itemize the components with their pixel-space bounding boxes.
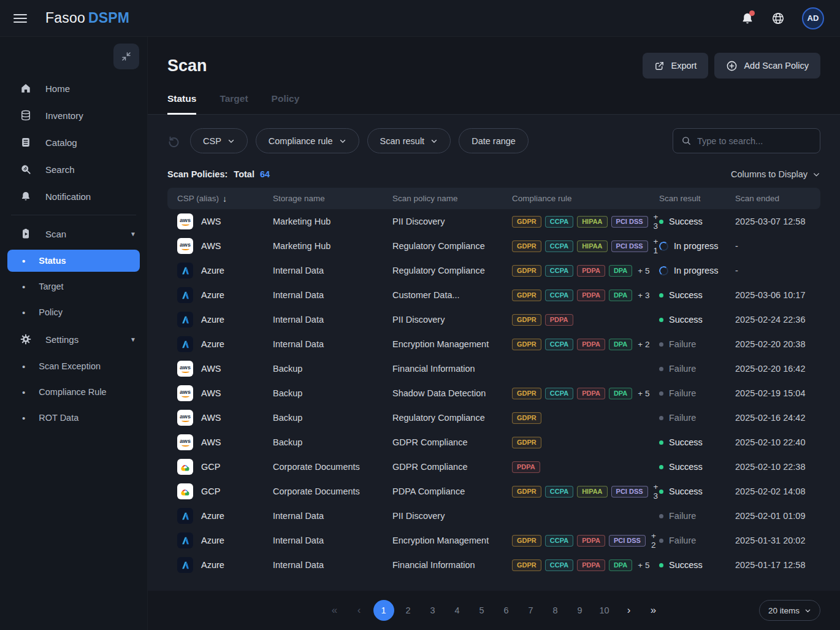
pagination-first-button[interactable]: «	[324, 600, 345, 621]
pagination-page-1[interactable]: 1	[373, 600, 394, 621]
scan-result-label: Failure	[669, 364, 696, 374]
export-button[interactable]: Export	[643, 53, 708, 79]
column-header-compliance: Compliance rule	[512, 194, 659, 203]
tab-policy[interactable]: Policy	[272, 93, 300, 115]
table-row[interactable]: awsAWSBackupFinancial InformationFailure…	[167, 356, 820, 381]
csp-cell: GCP	[167, 483, 273, 499]
settings-gear-icon	[20, 333, 32, 345]
table-row[interactable]: awsAWSBackupGDPR ComplianceGDPRSuccess20…	[167, 430, 820, 455]
compliance-badge: PCI DSS	[609, 535, 646, 547]
badge-extra-count: + 3	[654, 212, 659, 231]
search-input[interactable]	[697, 136, 812, 146]
table-row[interactable]: AzureInternal DataCustomer Data...GDPRCC…	[167, 283, 820, 307]
scan-result-label: Success	[669, 560, 703, 570]
aws-smile	[181, 223, 189, 226]
page-size-dropdown[interactable]: 20 items	[759, 600, 820, 621]
scan-ended-cell: 2025-03-07 12:58	[735, 217, 820, 226]
user-avatar[interactable]: AD	[802, 7, 824, 29]
sidebar-item-home[interactable]: Home	[0, 75, 147, 102]
sidebar-item-rot-data[interactable]: • ROT Data	[7, 405, 140, 430]
compliance-badge: CCPA	[545, 339, 573, 350]
pagination-page-9[interactable]: 9	[570, 600, 590, 621]
compliance-rule-cell: GDPRPDPA	[512, 314, 659, 326]
scan-ended-cell: 2025-02-10 22:40	[735, 437, 820, 447]
table-row[interactable]: AzureInternal DataFinancial InformationG…	[167, 553, 820, 577]
scan-policy-name-cell: Shadow Data Detection	[392, 388, 512, 398]
table-row[interactable]: awsAWSMarketing HubRegulatory Compliance…	[167, 234, 820, 258]
sidebar-item-scan-exception[interactable]: • Scan Exception	[7, 354, 140, 378]
globe-language-icon[interactable]	[771, 12, 785, 25]
csp-name: Azure	[201, 290, 224, 300]
reset-filters-icon[interactable]	[167, 134, 180, 147]
search-box[interactable]	[673, 128, 820, 153]
tab-bar: Status Target Policy	[148, 93, 840, 115]
aws-logo-icon: aws	[177, 410, 193, 426]
pagination-last-button[interactable]: »	[643, 600, 664, 621]
tab-target[interactable]: Target	[220, 93, 248, 115]
pagination-page-4[interactable]: 4	[447, 600, 468, 621]
table-row[interactable]: awsAWSBackupRegulatory ComplianceGDPRFai…	[167, 405, 820, 430]
compliance-badge: DPA	[609, 339, 632, 350]
sidebar-item-inventory[interactable]: Inventory	[0, 102, 147, 129]
date-range-filter[interactable]: Date range	[459, 128, 529, 153]
scan-policy-name-cell: Financial Information	[392, 364, 512, 374]
pagination-page-6[interactable]: 6	[496, 600, 517, 621]
pagination-page-2[interactable]: 2	[398, 600, 419, 621]
table-row[interactable]: awsAWSBackupShadow Data DetectionGDPRCCP…	[167, 381, 820, 405]
scan-result-cell: Failure	[659, 364, 735, 374]
pagination-page-5[interactable]: 5	[472, 600, 492, 621]
pagination-page-7[interactable]: 7	[521, 600, 541, 621]
in-progress-spinner-icon	[659, 240, 669, 251]
pagination-page-8[interactable]: 8	[545, 600, 566, 621]
pagination-prev-button[interactable]: ‹	[349, 600, 370, 621]
pagination-page-3[interactable]: 3	[422, 600, 443, 621]
sidebar-group-settings[interactable]: Settings ▼	[0, 326, 147, 353]
csp-cell: awsAWS	[167, 361, 273, 377]
sidebar-item-notification[interactable]: Notification	[0, 183, 147, 210]
compliance-rule-filter-dropdown[interactable]: Compliance rule	[256, 128, 359, 153]
sidebar-item-compliance-rule[interactable]: • Compliance Rule	[7, 380, 140, 404]
aws-smile	[181, 370, 189, 373]
table-row[interactable]: AzureInternal DataEncryption ManagementG…	[167, 332, 820, 356]
sidebar-item-status[interactable]: • Status	[7, 250, 140, 272]
sidebar-item-catalog[interactable]: Catalog	[0, 129, 147, 156]
hamburger-menu-icon[interactable]	[13, 14, 27, 23]
columns-to-display-dropdown[interactable]: Columns to Display	[731, 169, 820, 179]
table-row[interactable]: AzureInternal DataEncryption ManagementG…	[167, 528, 820, 553]
table-row[interactable]: AzureInternal DataPII DiscoveryGDPRPDPAS…	[167, 307, 820, 332]
brand-logo: FasooDSPM	[45, 10, 129, 26]
status-dot-icon	[659, 391, 663, 396]
scan-policy-name-cell: Regulatory Compliance	[392, 266, 512, 275]
sidebar-item-target[interactable]: • Target	[7, 274, 140, 299]
sidebar-collapse-button[interactable]	[113, 44, 139, 69]
pagination-next-button[interactable]: ›	[619, 600, 640, 621]
column-header-result: Scan result	[659, 194, 735, 203]
chevron-down-icon: ▼	[130, 231, 136, 237]
tab-status[interactable]: Status	[167, 93, 196, 115]
column-header-csp[interactable]: CSP (alias) ↓	[167, 194, 273, 204]
storage-name-cell: Corporate Documents	[273, 462, 392, 472]
sidebar-group-scan[interactable]: Scan ▼	[0, 220, 147, 247]
table-row[interactable]: AzureInternal DataPII DiscoveryFailure20…	[167, 504, 820, 528]
storage-name-cell: Internal Data	[273, 560, 392, 570]
notification-bell-icon[interactable]	[741, 12, 754, 25]
compliance-rule-cell: GDPRCCPAHIPAAPCI DSS+ 3	[512, 482, 659, 501]
table-row[interactable]: GCPCorporate DocumentsGDPR CompliancePDP…	[167, 455, 820, 479]
scan-result-filter-dropdown[interactable]: Scan result	[367, 128, 451, 153]
scan-result-label: Success	[669, 462, 703, 472]
table-row[interactable]: awsAWSMarketing HubPII DiscoveryGDPRCCPA…	[167, 209, 820, 234]
notification-icon	[20, 190, 32, 202]
table-row[interactable]: GCPCorporate DocumentsPDPA ComplianceGDP…	[167, 479, 820, 504]
compliance-rule-cell: GDPRCCPAPDPADPA+ 5	[512, 559, 659, 571]
table-row[interactable]: AzureInternal DataRegulatory ComplianceG…	[167, 258, 820, 283]
pagination-page-10[interactable]: 10	[594, 600, 615, 621]
bullet-icon: •	[22, 388, 25, 397]
aws-smile	[181, 394, 189, 398]
status-dot-icon	[659, 293, 663, 298]
sidebar-subitem-label: Policy	[39, 307, 63, 317]
add-scan-policy-button[interactable]: Add Scan Policy	[714, 53, 820, 79]
csp-filter-dropdown[interactable]: CSP	[190, 128, 248, 153]
export-icon	[654, 61, 665, 71]
sidebar-item-policy[interactable]: • Policy	[7, 300, 140, 325]
sidebar-item-search[interactable]: Search	[0, 156, 147, 183]
